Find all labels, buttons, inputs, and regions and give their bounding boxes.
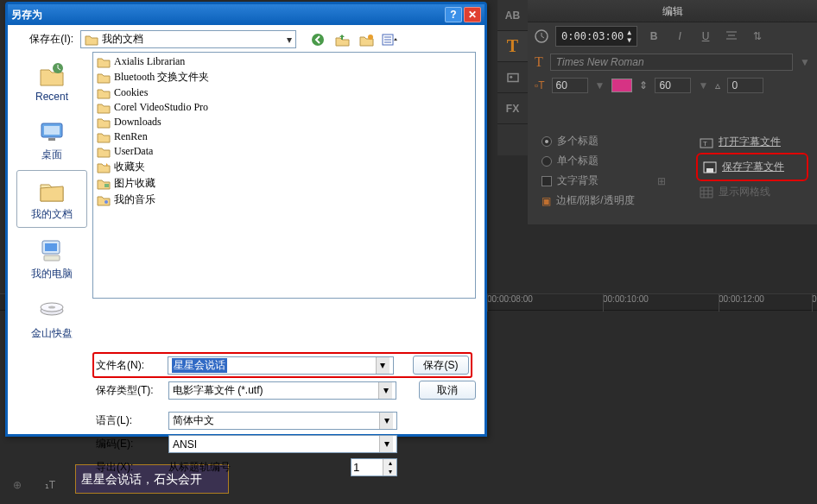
nav-newfolder-icon[interactable] <box>357 31 376 48</box>
svg-point-1 <box>510 75 512 78</box>
list-item[interactable]: Corel VideoStudio Pro <box>95 100 473 115</box>
filename-label: 文件名(N): <box>96 358 162 373</box>
tool-decor-icon[interactable] <box>497 62 528 93</box>
close-button[interactable]: ✕ <box>464 7 481 22</box>
list-item[interactable]: UserData <box>95 144 473 159</box>
export-value: 从标题轨编号 <box>168 460 231 475</box>
save-in-label: 保存在(I): <box>16 32 77 47</box>
ruler-mark: 00:00:12:00 <box>719 294 764 304</box>
tool-ab-icon[interactable]: AB <box>497 0 528 31</box>
open-subtitle-link[interactable]: T 打开字幕文件 <box>696 131 808 153</box>
help-button[interactable]: ? <box>445 7 462 22</box>
font-t-icon: T <box>535 54 543 70</box>
show-grid-link: 显示网格线 <box>696 181 808 203</box>
encoding-label: 编码(E): <box>96 437 163 451</box>
savetype-select[interactable]: 电影字幕文件 (*.utf)▾ <box>168 381 396 400</box>
rotation-icon: ▵ <box>715 79 720 91</box>
place-kuaipan[interactable]: 金山快盘 <box>16 289 87 347</box>
italic-button[interactable]: I <box>670 28 689 45</box>
check-textbg[interactable] <box>542 176 552 186</box>
save-button[interactable]: 保存(S) <box>413 356 469 375</box>
list-item[interactable]: Axialis Librarian <box>95 54 473 69</box>
border-icon: ▣ <box>542 195 551 207</box>
grid-icon <box>700 186 713 198</box>
location-select[interactable]: 我的文档 ▾ <box>80 30 296 48</box>
textbg-settings-icon[interactable]: ⊞ <box>657 175 666 187</box>
color-swatch[interactable] <box>611 79 632 92</box>
filename-input[interactable]: 星星会说话▾ <box>168 356 394 375</box>
nav-up-icon[interactable] <box>332 31 352 48</box>
line-spacing-input[interactable]: 60 <box>655 78 691 93</box>
savetype-label: 保存类型(T): <box>96 383 163 398</box>
export-label: 导出(X): <box>96 460 163 475</box>
label-textbg: 文字背景 <box>557 173 598 188</box>
clock-icon <box>535 29 548 43</box>
encoding-select[interactable]: ANSI▾ <box>168 435 397 453</box>
nav-back-icon[interactable] <box>308 31 327 48</box>
svg-rect-6 <box>706 168 713 173</box>
svg-point-7 <box>312 34 324 46</box>
radio-single[interactable] <box>542 156 552 167</box>
bold-button[interactable]: B <box>644 28 663 45</box>
file-list[interactable]: Axialis Librarian Bluetooth 交换文件夹 Cookie… <box>92 52 476 299</box>
svg-rect-13 <box>48 138 55 141</box>
fontsize-icon: ▫T <box>535 79 545 91</box>
save-as-dialog: 另存为 ? ✕ 保存在(I): 我的文档 ▾ Recent <box>5 2 487 437</box>
mydocs-icon <box>85 34 98 46</box>
svg-text:T: T <box>703 140 707 148</box>
align-center-icon[interactable] <box>722 28 741 45</box>
place-mydocs[interactable]: 我的文档 <box>16 170 87 228</box>
tool-title-icon[interactable]: T <box>497 31 528 62</box>
ruler-mark: 00:00:10:00 <box>603 294 649 304</box>
edit-panel: 编辑 0:00:03:00▲▼ B I U ⇅ T Times New Roma… <box>528 0 817 224</box>
place-mycomputer[interactable]: 我的电脑 <box>16 230 87 287</box>
list-item[interactable]: 收藏夹 <box>95 159 473 175</box>
place-recent[interactable]: Recent <box>16 54 87 109</box>
svg-rect-15 <box>45 243 57 251</box>
svg-rect-20 <box>104 184 109 187</box>
save-subtitle-link[interactable]: 保存字幕文件 <box>700 156 805 178</box>
underline-button[interactable]: U <box>696 28 715 45</box>
ruler-mark: 00:00:08:00 <box>487 294 533 304</box>
label-single: 单个标题 <box>557 154 598 168</box>
list-item[interactable]: Bluetooth 交换文件夹 <box>95 69 473 85</box>
font-size-input[interactable]: 60 <box>552 78 588 93</box>
dialog-title: 另存为 <box>11 8 42 22</box>
list-item[interactable]: 我的音乐 <box>95 192 473 208</box>
list-item[interactable]: RenRen <box>95 129 473 144</box>
list-item[interactable]: Cookies <box>95 85 473 100</box>
text-direction-icon[interactable]: ⇅ <box>748 28 767 45</box>
svg-rect-12 <box>44 126 60 135</box>
place-desktop[interactable]: 桌面 <box>16 110 87 168</box>
list-item[interactable]: 图片收藏 <box>95 175 473 192</box>
cancel-button[interactable]: 取消 <box>419 381 476 400</box>
list-item[interactable]: Downloads <box>95 115 473 129</box>
svg-rect-0 <box>508 73 518 81</box>
language-select[interactable]: 简体中文▾ <box>168 412 397 430</box>
rotation-input[interactable]: 0 <box>727 78 763 93</box>
save-file-icon <box>703 161 717 173</box>
font-select[interactable]: Times New Roman <box>550 54 793 71</box>
open-file-icon: T <box>700 136 713 148</box>
svg-point-8 <box>368 35 373 40</box>
kerning-icon: ⇕ <box>639 79 648 91</box>
panel-title: 编辑 <box>528 0 817 22</box>
language-label: 语言(L): <box>96 413 163 428</box>
nav-viewmenu-icon[interactable] <box>381 31 400 48</box>
label-multi: 多个标题 <box>557 134 598 148</box>
tool-fx-icon[interactable]: FX <box>497 93 528 124</box>
ruler-mark: 00:0 <box>812 294 817 304</box>
label-border[interactable]: 边框/阴影/透明度 <box>556 193 635 208</box>
svg-point-21 <box>104 200 108 204</box>
time-input[interactable]: 0:00:03:00▲▼ <box>555 26 637 47</box>
svg-rect-16 <box>44 255 60 261</box>
radio-multi[interactable] <box>542 136 552 147</box>
svg-point-19 <box>48 306 55 309</box>
export-number-stepper[interactable]: ▴▾ <box>351 458 397 476</box>
